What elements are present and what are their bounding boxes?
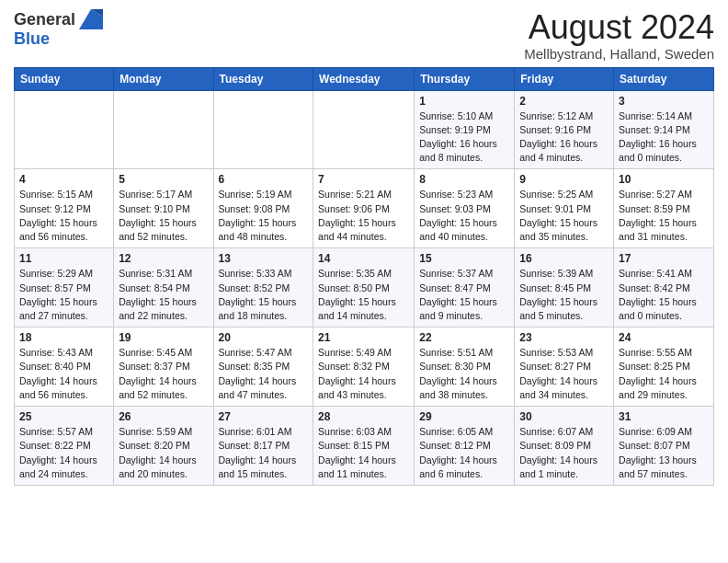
day-cell	[313, 90, 415, 169]
day-info: Sunrise: 5:23 AM Sunset: 9:03 PM Dayligh…	[419, 188, 509, 244]
day-info: Sunrise: 5:27 AM Sunset: 8:59 PM Dayligh…	[619, 188, 709, 244]
calendar-table: SundayMondayTuesdayWednesdayThursdayFrid…	[14, 67, 714, 486]
day-cell: 11Sunrise: 5:29 AM Sunset: 8:57 PM Dayli…	[15, 248, 114, 327]
day-cell: 26Sunrise: 5:59 AM Sunset: 8:20 PM Dayli…	[114, 407, 213, 486]
day-cell: 2Sunrise: 5:12 AM Sunset: 9:16 PM Daylig…	[515, 90, 614, 169]
day-info: Sunrise: 5:25 AM Sunset: 9:01 PM Dayligh…	[519, 188, 609, 244]
day-info: Sunrise: 5:17 AM Sunset: 9:10 PM Dayligh…	[119, 188, 208, 244]
day-cell: 20Sunrise: 5:47 AM Sunset: 8:35 PM Dayli…	[213, 327, 313, 407]
day-info: Sunrise: 5:41 AM Sunset: 8:42 PM Dayligh…	[619, 267, 709, 323]
logo-general: General	[14, 10, 75, 29]
day-cell	[15, 90, 114, 169]
day-header-friday: Friday	[515, 67, 614, 90]
day-info: Sunrise: 5:59 AM Sunset: 8:20 PM Dayligh…	[119, 425, 208, 481]
day-cell: 30Sunrise: 6:07 AM Sunset: 8:09 PM Dayli…	[515, 407, 614, 486]
day-info: Sunrise: 5:21 AM Sunset: 9:06 PM Dayligh…	[318, 188, 409, 244]
day-info: Sunrise: 5:15 AM Sunset: 9:12 PM Dayligh…	[19, 188, 108, 244]
logo: General Blue	[14, 9, 103, 49]
day-cell: 15Sunrise: 5:37 AM Sunset: 8:47 PM Dayli…	[415, 248, 515, 327]
day-cell: 22Sunrise: 5:51 AM Sunset: 8:30 PM Dayli…	[415, 327, 515, 407]
day-cell: 31Sunrise: 6:09 AM Sunset: 8:07 PM Dayli…	[614, 407, 714, 486]
day-info: Sunrise: 6:07 AM Sunset: 8:09 PM Dayligh…	[519, 425, 609, 481]
day-info: Sunrise: 6:09 AM Sunset: 8:07 PM Dayligh…	[619, 425, 709, 481]
day-cell: 9Sunrise: 5:25 AM Sunset: 9:01 PM Daylig…	[515, 169, 614, 248]
day-cell: 21Sunrise: 5:49 AM Sunset: 8:32 PM Dayli…	[313, 327, 415, 407]
day-number: 14	[318, 252, 409, 265]
day-number: 5	[119, 173, 208, 186]
day-number: 1	[419, 95, 509, 108]
page-header: General Blue August 2024 Mellbystrand, H…	[14, 9, 714, 62]
day-cell	[213, 90, 313, 169]
day-cell: 1Sunrise: 5:10 AM Sunset: 9:19 PM Daylig…	[415, 90, 515, 169]
day-number: 19	[119, 331, 208, 344]
day-info: Sunrise: 5:31 AM Sunset: 8:54 PM Dayligh…	[119, 267, 208, 323]
day-number: 24	[619, 331, 709, 344]
day-number: 11	[19, 252, 108, 265]
day-cell: 19Sunrise: 5:45 AM Sunset: 8:37 PM Dayli…	[114, 327, 213, 407]
day-number: 27	[219, 410, 309, 423]
day-cell: 3Sunrise: 5:14 AM Sunset: 9:14 PM Daylig…	[614, 90, 714, 169]
day-number: 23	[519, 331, 609, 344]
day-cell: 18Sunrise: 5:43 AM Sunset: 8:40 PM Dayli…	[15, 327, 114, 407]
day-header-monday: Monday	[114, 67, 213, 90]
day-info: Sunrise: 5:57 AM Sunset: 8:22 PM Dayligh…	[19, 425, 108, 481]
day-header-thursday: Thursday	[415, 67, 515, 90]
day-cell: 7Sunrise: 5:21 AM Sunset: 9:06 PM Daylig…	[313, 169, 415, 248]
day-info: Sunrise: 5:53 AM Sunset: 8:27 PM Dayligh…	[519, 346, 609, 402]
month-title: August 2024	[524, 9, 714, 46]
day-number: 8	[419, 173, 509, 186]
calendar-header-row: SundayMondayTuesdayWednesdayThursdayFrid…	[15, 67, 714, 90]
day-info: Sunrise: 6:03 AM Sunset: 8:15 PM Dayligh…	[318, 425, 409, 481]
day-info: Sunrise: 5:51 AM Sunset: 8:30 PM Dayligh…	[419, 346, 509, 402]
day-info: Sunrise: 5:43 AM Sunset: 8:40 PM Dayligh…	[19, 346, 108, 402]
day-number: 20	[219, 331, 309, 344]
day-info: Sunrise: 5:49 AM Sunset: 8:32 PM Dayligh…	[318, 346, 409, 402]
location: Mellbystrand, Halland, Sweden	[524, 46, 714, 62]
logo-blue: Blue	[14, 29, 50, 48]
day-number: 25	[19, 410, 108, 423]
day-cell: 6Sunrise: 5:19 AM Sunset: 9:08 PM Daylig…	[213, 169, 313, 248]
day-number: 17	[619, 252, 709, 265]
day-header-wednesday: Wednesday	[313, 67, 415, 90]
day-header-tuesday: Tuesday	[213, 67, 313, 90]
day-info: Sunrise: 5:39 AM Sunset: 8:45 PM Dayligh…	[519, 267, 609, 323]
day-info: Sunrise: 5:55 AM Sunset: 8:25 PM Dayligh…	[619, 346, 709, 402]
day-number: 16	[519, 252, 609, 265]
day-number: 29	[419, 410, 509, 423]
day-info: Sunrise: 5:47 AM Sunset: 8:35 PM Dayligh…	[219, 346, 309, 402]
day-number: 12	[119, 252, 208, 265]
day-number: 22	[419, 331, 509, 344]
day-number: 18	[19, 331, 108, 344]
day-cell: 10Sunrise: 5:27 AM Sunset: 8:59 PM Dayli…	[614, 169, 714, 248]
day-cell: 16Sunrise: 5:39 AM Sunset: 8:45 PM Dayli…	[515, 248, 614, 327]
day-number: 9	[519, 173, 609, 186]
day-number: 13	[219, 252, 309, 265]
day-header-sunday: Sunday	[15, 67, 114, 90]
day-cell: 23Sunrise: 5:53 AM Sunset: 8:27 PM Dayli…	[515, 327, 614, 407]
logo-icon	[79, 9, 103, 29]
week-row-3: 11Sunrise: 5:29 AM Sunset: 8:57 PM Dayli…	[15, 248, 714, 327]
day-info: Sunrise: 5:29 AM Sunset: 8:57 PM Dayligh…	[19, 267, 108, 323]
day-cell: 29Sunrise: 6:05 AM Sunset: 8:12 PM Dayli…	[415, 407, 515, 486]
day-number: 2	[519, 95, 609, 108]
day-number: 21	[318, 331, 409, 344]
day-info: Sunrise: 5:10 AM Sunset: 9:19 PM Dayligh…	[419, 109, 509, 166]
day-number: 28	[318, 410, 409, 423]
day-cell: 25Sunrise: 5:57 AM Sunset: 8:22 PM Dayli…	[15, 407, 114, 486]
day-number: 31	[619, 410, 709, 423]
day-info: Sunrise: 5:19 AM Sunset: 9:08 PM Dayligh…	[219, 188, 309, 244]
day-number: 30	[519, 410, 609, 423]
week-row-2: 4Sunrise: 5:15 AM Sunset: 9:12 PM Daylig…	[15, 169, 714, 248]
day-info: Sunrise: 5:33 AM Sunset: 8:52 PM Dayligh…	[219, 267, 309, 323]
day-number: 15	[419, 252, 509, 265]
day-number: 6	[219, 173, 309, 186]
day-number: 4	[19, 173, 108, 186]
day-cell: 27Sunrise: 6:01 AM Sunset: 8:17 PM Dayli…	[213, 407, 313, 486]
day-cell: 4Sunrise: 5:15 AM Sunset: 9:12 PM Daylig…	[15, 169, 114, 248]
day-info: Sunrise: 5:14 AM Sunset: 9:14 PM Dayligh…	[619, 109, 709, 166]
day-cell: 17Sunrise: 5:41 AM Sunset: 8:42 PM Dayli…	[614, 248, 714, 327]
day-info: Sunrise: 5:45 AM Sunset: 8:37 PM Dayligh…	[119, 346, 208, 402]
day-cell: 8Sunrise: 5:23 AM Sunset: 9:03 PM Daylig…	[415, 169, 515, 248]
day-info: Sunrise: 5:12 AM Sunset: 9:16 PM Dayligh…	[519, 109, 609, 166]
day-cell	[114, 90, 213, 169]
